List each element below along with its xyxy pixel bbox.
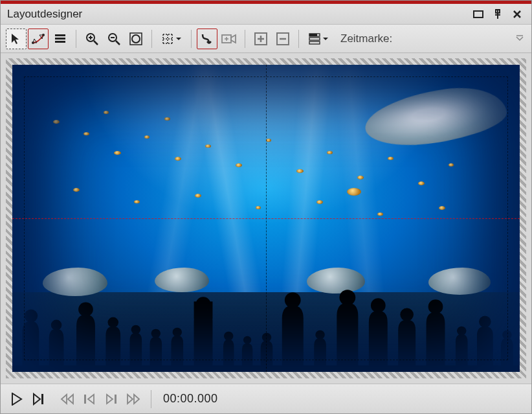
svg-point-31: [315, 330, 324, 339]
main-toolbar: Zeitmarke:: [1, 25, 531, 53]
zoom-out-button[interactable]: [104, 29, 124, 49]
close-icon: [513, 10, 522, 19]
svg-point-27: [224, 332, 233, 341]
pin-button[interactable]: [490, 6, 505, 22]
box-minus-icon: [276, 32, 290, 46]
titlebar: Layoutdesigner: [1, 4, 531, 25]
rewind-icon: [60, 393, 74, 405]
step-forward-button[interactable]: [29, 389, 49, 409]
fish: [347, 188, 361, 196]
rewind-button[interactable]: [58, 389, 77, 409]
fast-forward-button[interactable]: [124, 389, 143, 409]
zoom-fit-icon: [129, 32, 143, 46]
svg-point-22: [151, 329, 161, 338]
layers-menu-button[interactable]: [304, 29, 333, 49]
zoom-out-icon: [107, 32, 121, 46]
svg-point-38: [502, 330, 511, 339]
camera-button[interactable]: [219, 29, 239, 49]
svg-point-32: [339, 290, 355, 305]
svg-point-17: [25, 309, 38, 322]
next-key-button[interactable]: [102, 389, 121, 409]
keyframe-curve-button[interactable]: [28, 29, 49, 49]
fish: [236, 163, 242, 167]
svg-point-20: [108, 317, 119, 327]
svg-rect-4: [55, 38, 65, 40]
motion-path-button[interactable]: [197, 29, 217, 49]
maximize-button[interactable]: [471, 6, 486, 22]
svg-point-30: [285, 292, 301, 308]
canvas-area: [1, 53, 531, 384]
layout-designer-window: Layoutdesigner: [0, 0, 532, 414]
step-icon: [32, 393, 45, 406]
next-key-icon: [105, 393, 118, 405]
playbar-separator: [151, 390, 151, 408]
svg-rect-3: [55, 34, 65, 36]
svg-point-28: [243, 336, 251, 344]
box-plus-button[interactable]: [250, 29, 271, 49]
box-minus-button[interactable]: [272, 29, 293, 49]
svg-rect-16: [309, 41, 320, 44]
fish: [439, 206, 445, 210]
svg-point-37: [479, 316, 491, 327]
svg-rect-15: [309, 38, 320, 40]
fish: [377, 213, 383, 216]
chevron-down-icon: [175, 36, 182, 42]
chevron-down-icon: [322, 36, 329, 42]
svg-point-33: [371, 298, 386, 312]
toolbar-separator: [76, 30, 76, 48]
svg-rect-5: [55, 41, 65, 43]
timecode-display: 00:00.000: [163, 392, 218, 406]
grid-dropdown-button[interactable]: [157, 29, 186, 49]
fish: [73, 188, 80, 192]
playback-bar: 00:00.000: [1, 384, 531, 413]
play-button[interactable]: [7, 389, 27, 409]
window-title: Layoutdesigner: [7, 8, 467, 21]
svg-point-21: [131, 325, 140, 334]
fish: [134, 200, 140, 203]
menu-caret-icon: [516, 35, 524, 43]
prev-key-button[interactable]: [80, 389, 99, 409]
maximize-icon: [473, 10, 483, 19]
stack-list-icon: [54, 33, 67, 45]
fish: [114, 151, 121, 155]
close-button[interactable]: [509, 6, 525, 22]
svg-point-34: [400, 308, 414, 321]
canvas-background[interactable]: [12, 65, 520, 372]
zoom-in-button[interactable]: [82, 29, 102, 49]
zoom-in-icon: [85, 32, 99, 46]
svg-rect-42: [115, 395, 116, 404]
prev-key-icon: [83, 393, 96, 405]
zoom-fit-button[interactable]: [126, 29, 146, 49]
svg-point-19: [78, 302, 93, 316]
svg-rect-0: [474, 11, 483, 17]
toolbar-separator: [298, 30, 299, 48]
timemarker-label: Zeitmarke:: [340, 32, 392, 45]
svg-point-29: [262, 333, 271, 342]
svg-rect-40: [41, 394, 43, 404]
fish: [266, 139, 271, 142]
camera-icon: [221, 33, 237, 45]
fish: [164, 117, 170, 121]
fish: [357, 176, 364, 179]
svg-point-23: [173, 328, 182, 337]
box-plus-icon: [254, 32, 268, 46]
fish: [327, 151, 333, 154]
keyframe-bezier-icon: [31, 32, 45, 45]
play-icon: [11, 393, 23, 406]
canvas-hatch-border: [6, 58, 526, 378]
svg-point-18: [51, 319, 62, 330]
svg-rect-26: [207, 301, 212, 318]
svg-rect-41: [84, 395, 86, 404]
svg-point-8: [132, 35, 140, 43]
layers-menu-icon: [308, 32, 321, 45]
select-tool-button[interactable]: [6, 29, 27, 49]
toolbar-separator: [245, 30, 245, 48]
stack-list-button[interactable]: [50, 29, 71, 49]
fish: [316, 200, 323, 204]
path-curve-icon: [200, 32, 214, 46]
select-arrow-icon: [10, 32, 23, 45]
svg-point-35: [428, 299, 443, 314]
fish: [144, 135, 150, 139]
toolbar-separator: [191, 30, 192, 48]
toolbar-overflow-button[interactable]: [513, 29, 526, 49]
